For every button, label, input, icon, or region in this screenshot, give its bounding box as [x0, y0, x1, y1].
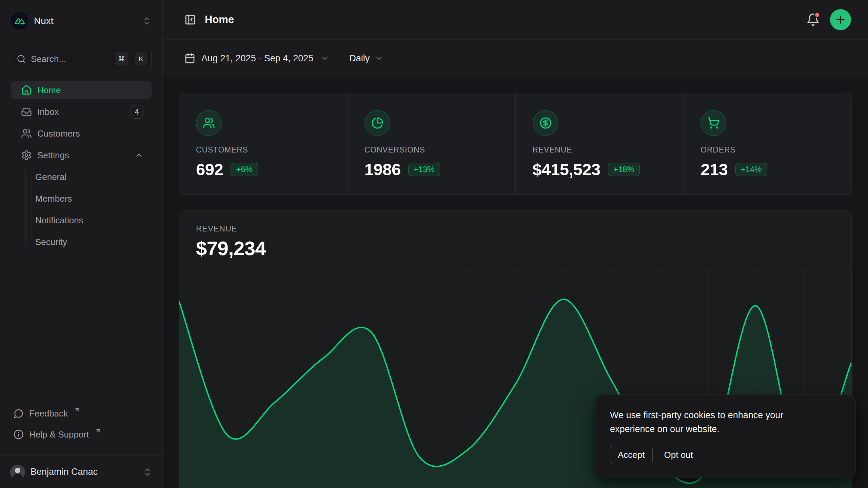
add-button[interactable]: [830, 9, 851, 30]
feedback-label: Feedback: [29, 408, 68, 419]
stat-delta-badge: +13%: [408, 163, 440, 176]
chevron-down-icon: [320, 54, 330, 63]
sidebar-item-label: Inbox: [37, 107, 59, 117]
accept-button[interactable]: Accept: [610, 446, 653, 464]
stat-revenue[interactable]: REVENUE $415,523 +18%: [515, 93, 684, 195]
stats-card: CUSTOMERS 692 +6% CONVERSIONS 1986 +13%: [179, 93, 852, 195]
sidebar-item-security[interactable]: Security: [11, 233, 152, 251]
chevron-down-icon: [374, 54, 384, 63]
cookie-message: We use first-party cookies to enhance yo…: [610, 408, 820, 436]
users-icon: [21, 128, 32, 139]
date-range-value: Aug 21, 2025 - Sep 4, 2025: [201, 53, 313, 64]
sidebar-nav: Home Inbox 4 Customers Settings: [11, 81, 152, 255]
kbd-meta: ⌘: [115, 53, 128, 65]
plus-icon: [835, 14, 846, 25]
help-support-label: Help & Support: [29, 429, 89, 440]
stat-delta-badge: +6%: [231, 163, 258, 176]
stat-label: REVENUE: [533, 145, 667, 155]
gear-icon: [21, 150, 32, 161]
team-switcher[interactable]: Nuxt: [11, 12, 152, 30]
cookie-actions: Accept Opt out: [610, 446, 842, 464]
sidebar-item-label: Customers: [37, 128, 80, 139]
stat-delta-badge: +14%: [735, 163, 767, 176]
feedback-link[interactable]: Feedback: [11, 405, 152, 422]
external-link-icon: [74, 407, 80, 413]
revenue-chart-header: REVENUE $79,234: [179, 210, 851, 260]
stat-value: 213: [701, 160, 728, 179]
info-icon: [14, 429, 24, 440]
calendar-icon: [184, 53, 195, 64]
search-icon: [17, 54, 26, 64]
topbar-actions: [806, 9, 851, 30]
sidebar-subitem-label: Notifications: [35, 215, 83, 226]
chevrons-up-down-icon: [142, 16, 152, 26]
search-input[interactable]: Search... ⌘ K: [11, 49, 152, 69]
sidebar-footer: Feedback Help & Support: [11, 405, 152, 455]
sidebar-subitem-label: Members: [35, 194, 72, 204]
unread-dot: [814, 12, 821, 18]
sidebar-item-home[interactable]: Home: [11, 81, 152, 99]
chevrons-up-down-icon: [143, 467, 152, 477]
search-placeholder: Search...: [31, 54, 110, 64]
settings-subnav: General Members Notifications Security: [11, 168, 152, 251]
sidebar-item-general[interactable]: General: [11, 168, 152, 186]
shopping-cart-icon: [701, 110, 726, 136]
house-icon: [21, 85, 32, 96]
date-range-picker[interactable]: Aug 21, 2025 - Sep 4, 2025: [184, 53, 330, 64]
revenue-chart-value: $79,234: [196, 237, 834, 260]
message-circle-icon: [14, 408, 24, 419]
user-menu[interactable]: Benjamin Canac: [0, 455, 162, 488]
stat-conversions[interactable]: CONVERSIONS 1986 +13%: [347, 93, 515, 195]
dashboard-app: Nuxt Search... ⌘ K Home: [0, 0, 868, 488]
stat-label: CONVERSIONS: [364, 145, 498, 155]
pie-chart-icon: [364, 110, 390, 136]
sidebar-item-label: Home: [37, 85, 61, 96]
collapse-sidebar-button[interactable]: [184, 14, 196, 25]
user-name: Benjamin Canac: [31, 467, 98, 477]
sidebar-item-inbox[interactable]: Inbox 4: [11, 103, 152, 121]
period-select[interactable]: Daily: [349, 53, 384, 64]
cookie-banner: We use first-party cookies to enhance yo…: [596, 394, 856, 477]
dollar-circle-icon: [533, 110, 558, 136]
stat-value: 692: [196, 160, 223, 179]
inbox-icon: [21, 106, 32, 117]
sidebar-subitem-label: Security: [35, 237, 67, 247]
notifications-button[interactable]: [806, 13, 820, 26]
stat-value: $415,523: [533, 160, 600, 179]
help-support-link[interactable]: Help & Support: [11, 426, 152, 443]
filter-toolbar: Aug 21, 2025 - Sep 4, 2025 Daily: [163, 40, 868, 77]
page-title: Home: [205, 14, 234, 26]
external-link-icon: [95, 428, 101, 434]
nuxt-logo-icon: [11, 12, 28, 30]
sidebar-item-label: Settings: [37, 150, 69, 161]
inbox-count-badge: 4: [131, 105, 143, 119]
chevron-up-icon: [135, 151, 143, 160]
sidebar-item-members[interactable]: Members: [11, 190, 152, 207]
team-name: Nuxt: [34, 16, 54, 26]
sidebar: Nuxt Search... ⌘ K Home: [0, 0, 163, 488]
users-icon: [196, 110, 222, 136]
stat-label: CUSTOMERS: [196, 145, 330, 155]
stat-customers[interactable]: CUSTOMERS 692 +6%: [179, 93, 347, 195]
stat-label: ORDERS: [701, 145, 834, 155]
opt-out-button[interactable]: Opt out: [664, 450, 693, 460]
stat-delta-badge: +18%: [608, 163, 640, 176]
period-value: Daily: [349, 53, 370, 64]
sidebar-item-settings[interactable]: Settings: [11, 146, 152, 164]
sidebar-item-customers[interactable]: Customers: [11, 125, 152, 142]
sidebar-item-notifications[interactable]: Notifications: [11, 211, 152, 229]
sidebar-subitem-label: General: [35, 172, 67, 182]
revenue-chart-label: REVENUE: [196, 224, 834, 233]
topbar: Home: [163, 0, 868, 40]
avatar: [10, 465, 25, 480]
stat-orders[interactable]: ORDERS 213 +14%: [683, 93, 851, 195]
stat-value: 1986: [364, 160, 401, 179]
kbd-k: K: [135, 53, 147, 65]
